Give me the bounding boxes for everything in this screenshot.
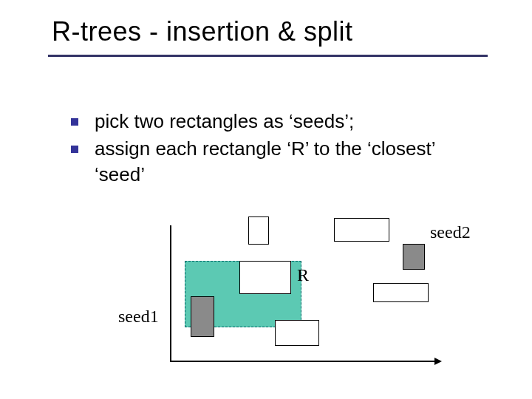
- bullet-list: pick two rectangles as ‘seeds’; assign e…: [71, 109, 485, 188]
- label-R: R: [297, 265, 309, 285]
- title-underline: [48, 55, 488, 57]
- seed2-rect: [403, 244, 425, 270]
- diagram-area: seed1 seed2 R: [103, 225, 488, 381]
- axis-x-arrow: [170, 361, 436, 362]
- bullet-icon: [71, 146, 78, 153]
- seed1-rect: [191, 296, 214, 337]
- rect-bottom-right: [373, 283, 429, 302]
- label-seed1: seed1: [118, 307, 159, 327]
- rect-small-top: [248, 216, 269, 245]
- rect-below-R: [275, 320, 319, 346]
- axis-y: [170, 225, 171, 362]
- list-item: pick two rectangles as ‘seeds’;: [71, 109, 485, 134]
- bullet-text: pick two rectangles as ‘seeds’;: [95, 109, 354, 134]
- rect-R: [239, 261, 291, 294]
- rect-top-right: [334, 218, 389, 242]
- bullet-icon: [71, 118, 78, 126]
- label-seed2: seed2: [430, 222, 471, 242]
- list-item: assign each rectangle ‘R’ to the ‘closes…: [71, 136, 485, 188]
- slide-title: R-trees - insertion & split: [52, 16, 532, 47]
- bullet-text: assign each rectangle ‘R’ to the ‘closes…: [95, 136, 485, 188]
